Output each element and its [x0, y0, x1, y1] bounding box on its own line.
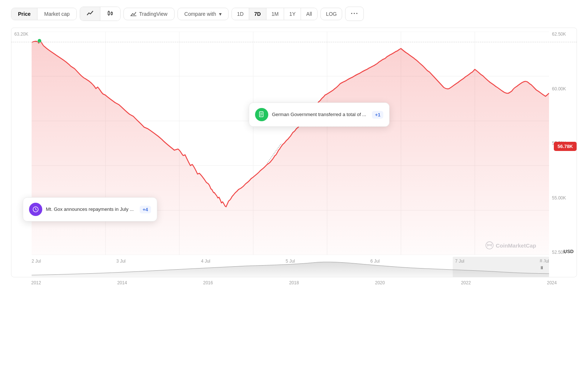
y-right-label-4: 55.00K: [552, 195, 574, 201]
year-2016: 2016: [203, 280, 213, 285]
candle-chart-icon: [107, 10, 114, 17]
compare-with-label: Compare with: [184, 11, 216, 17]
usd-label: USD: [564, 249, 574, 254]
market-cap-button[interactable]: Market cap: [37, 8, 76, 20]
svg-line-25: [36, 209, 37, 210]
german-tooltip-badge: +1: [372, 111, 383, 119]
tradingview-button[interactable]: TradingView: [123, 8, 175, 20]
year-2024: 2024: [547, 280, 557, 285]
price-button[interactable]: Price: [11, 8, 37, 20]
minimap-selection[interactable]: [453, 257, 549, 277]
minimap: [32, 257, 549, 277]
y-axis-right: 62.50K 60.00K 57.50K 55.00K 52.50K: [549, 28, 577, 255]
coinmarketcap-text: CoinMarketCap: [496, 242, 536, 249]
svg-point-26: [486, 242, 493, 249]
current-price-badge: 56.78K: [554, 142, 577, 151]
price-fill-area: [32, 40, 549, 255]
tradingview-label: TradingView: [139, 11, 168, 17]
year-2018: 2018: [289, 280, 299, 285]
german-tooltip-text: German Government transferred a total of…: [272, 111, 366, 118]
toolbar: Price Market cap TradingView Com: [0, 0, 588, 28]
time-range-group: 1D 7D 1M 1Y All: [232, 8, 318, 20]
log-button[interactable]: LOG: [320, 8, 343, 20]
mtgox-tooltip[interactable]: Mt. Gox announces repayments in July ...…: [23, 197, 157, 221]
more-button[interactable]: ···: [345, 7, 364, 21]
tradingview-icon: [130, 11, 136, 17]
german-tooltip-icon: [255, 108, 268, 121]
german-government-tooltip[interactable]: German Government transferred a total of…: [249, 102, 390, 127]
dotted-price-line: [11, 42, 577, 42]
coinmarketcap-watermark: CoinMarketCap: [485, 241, 536, 249]
chart-type-group: [80, 7, 121, 21]
price-marketcap-group: Price Market cap: [11, 8, 77, 20]
time-1d-button[interactable]: 1D: [232, 8, 249, 20]
year-2022: 2022: [461, 280, 471, 285]
pause-button[interactable]: ⏸: [536, 262, 547, 273]
mtgox-tooltip-text: Mt. Gox announces repayments in July ...: [46, 206, 134, 213]
mtgox-tooltip-icon: [29, 203, 42, 216]
minimap-svg: [32, 257, 549, 277]
y-right-label-1: 62.50K: [552, 32, 574, 37]
year-2014: 2014: [117, 280, 127, 285]
document-icon: [258, 111, 265, 118]
time-7d-button[interactable]: 7D: [249, 8, 266, 20]
compare-with-button[interactable]: Compare with ▾: [178, 8, 229, 20]
y-left-label-1: 63.20K: [14, 32, 34, 37]
chart-container: 63.20K 62.50K 60.00K 57.50K 55.00K 52.50…: [11, 28, 577, 277]
mtgox-tooltip-badge: +4: [140, 206, 151, 213]
year-2020: 2020: [375, 280, 385, 285]
time-all-button[interactable]: All: [301, 8, 317, 20]
coinmarketcap-logo-icon: [485, 241, 494, 249]
y-right-label-2: 60.00K: [552, 86, 574, 91]
candle-chart-button[interactable]: [100, 7, 120, 21]
line-chart-button[interactable]: [80, 7, 100, 21]
line-chart-icon: [87, 10, 93, 17]
time-1y-button[interactable]: 1Y: [284, 8, 301, 20]
years-axis: 2012 2014 2016 2018 2020 2022 2024: [0, 277, 588, 285]
chevron-down-icon: ▾: [219, 11, 222, 17]
svg-rect-3: [111, 12, 112, 14]
clock-icon: [32, 206, 39, 213]
time-1m-button[interactable]: 1M: [266, 8, 284, 20]
year-2012: 2012: [31, 280, 41, 285]
svg-rect-0: [108, 12, 110, 15]
